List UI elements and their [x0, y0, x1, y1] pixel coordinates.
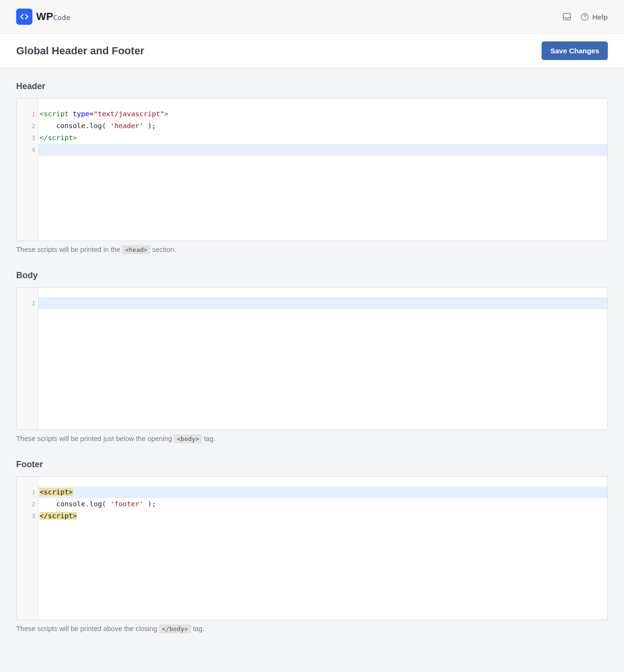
svg-rect-0 [564, 13, 571, 20]
editor-footer[interactable]: 1 2 3 <script> console.log( 'footer' ); … [16, 476, 608, 620]
logo-mark-icon [16, 9, 32, 25]
line-number: 1 [17, 297, 38, 309]
logo: WPCode [16, 9, 70, 25]
section-body: Body 1 These scripts will be printed jus… [16, 271, 608, 442]
logo-text: WPCode [36, 10, 70, 23]
hint-header: These scripts will be printed in the <he… [16, 246, 608, 253]
editor-footer-gutter: 1 2 3 [17, 477, 39, 620]
editor-header-gutter: 1 2 3 4 [17, 99, 39, 241]
section-header: Header 1 2 3 4 <script type="text/javasc… [16, 81, 608, 253]
hint-footer: These scripts will be printed above the … [16, 625, 608, 632]
page-title: Global Header and Footer [16, 45, 144, 57]
line-number: 1 [17, 486, 38, 498]
hint-body: These scripts will be printed just below… [16, 435, 608, 442]
code-line: </script> [39, 132, 607, 144]
topbar: WPCode Help [0, 0, 624, 34]
line-number: 3 [17, 132, 38, 144]
code-line: <script type="text/javascript"> [39, 108, 607, 120]
logo-wp: WP [36, 10, 53, 22]
line-number: 2 [17, 120, 38, 132]
titlebar: Global Header and Footer Save Changes [0, 34, 624, 68]
code-line: <script> [39, 486, 607, 498]
code-line: </script> [39, 510, 607, 522]
line-number: 4 [17, 144, 38, 156]
editor-body-code[interactable] [39, 288, 607, 430]
help-button[interactable]: Help [580, 12, 608, 21]
editor-footer-code[interactable]: <script> console.log( 'footer' ); </scri… [39, 477, 607, 620]
code-line [39, 297, 607, 309]
logo-code: Code [53, 4, 70, 21]
code-line: console.log( 'header' ); [39, 120, 607, 132]
inbox-icon[interactable] [562, 12, 572, 21]
section-body-title: Body [16, 271, 608, 281]
code-line [39, 144, 607, 156]
hint-body-code: <body> [174, 434, 202, 443]
help-label: Help [592, 13, 608, 21]
editor-header-code[interactable]: <script type="text/javascript"> console.… [39, 99, 607, 241]
line-number: 2 [17, 498, 38, 510]
hint-header-code: <head> [122, 245, 150, 254]
hint-footer-code: </body> [159, 624, 191, 633]
topbar-right: Help [562, 12, 608, 21]
section-footer-title: Footer [16, 460, 608, 470]
section-footer: Footer 1 2 3 <script> console.log( 'foot… [16, 460, 608, 632]
line-number: 1 [17, 108, 38, 120]
code-line: console.log( 'footer' ); [39, 498, 607, 510]
section-header-title: Header [16, 81, 608, 91]
line-number: 3 [17, 510, 38, 522]
editor-header[interactable]: 1 2 3 4 <script type="text/javascript"> … [16, 98, 608, 241]
editor-body-gutter: 1 [17, 288, 39, 430]
save-button[interactable]: Save Changes [542, 41, 608, 60]
content: Header 1 2 3 4 <script type="text/javasc… [0, 68, 624, 672]
editor-body[interactable]: 1 [16, 287, 608, 430]
svg-point-2 [585, 18, 585, 19]
